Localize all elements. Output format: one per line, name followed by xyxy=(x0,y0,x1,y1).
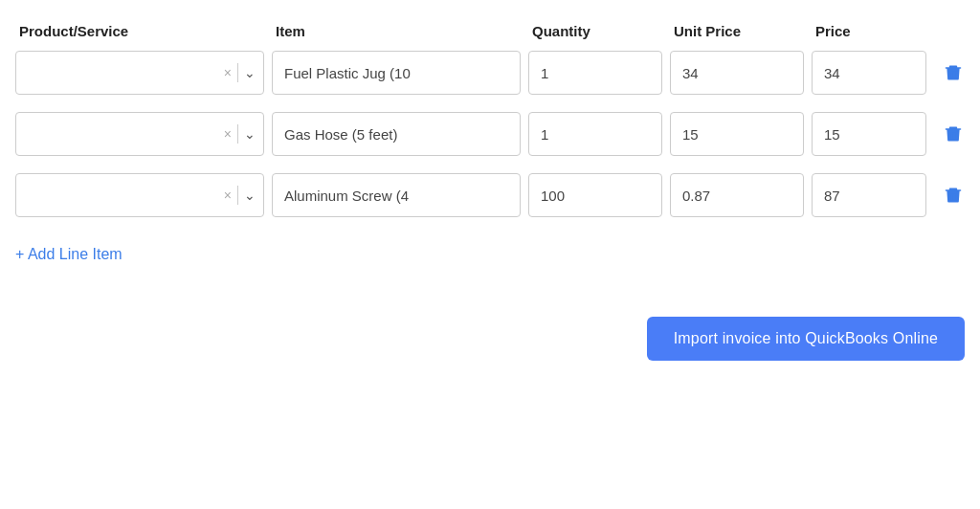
chevron-down-icon-3[interactable]: ⌄ xyxy=(244,188,256,203)
clear-icon-3[interactable]: × xyxy=(224,188,232,203)
price-input-1[interactable] xyxy=(812,51,926,95)
product-select-3[interactable]: × ⌄ xyxy=(15,173,264,217)
header-unit-price: Unit Price xyxy=(674,23,808,39)
item-input-1[interactable] xyxy=(272,51,521,95)
add-line-item-button[interactable]: + Add Line Item xyxy=(15,238,122,271)
divider-2 xyxy=(237,124,238,144)
invoice-table: Product/Service Item Quantity Unit Price… xyxy=(15,23,965,361)
footer-row: Import invoice into QuickBooks Online xyxy=(15,317,965,361)
add-line-item-label: + Add Line Item xyxy=(15,246,122,263)
delete-button-2[interactable] xyxy=(934,121,972,147)
header-price: Price xyxy=(815,23,930,39)
delete-button-3[interactable] xyxy=(934,182,972,209)
header-item: Item xyxy=(276,23,524,39)
import-button[interactable]: Import invoice into QuickBooks Online xyxy=(647,317,965,361)
item-input-2[interactable] xyxy=(272,112,521,156)
clear-icon-1[interactable]: × xyxy=(224,65,232,80)
unit-price-input-1[interactable] xyxy=(670,51,804,95)
chevron-down-icon-2[interactable]: ⌄ xyxy=(244,126,256,142)
divider-3 xyxy=(237,186,238,205)
trash-icon-1 xyxy=(944,63,963,82)
price-input-3[interactable] xyxy=(812,173,926,217)
product-select-2[interactable]: × ⌄ xyxy=(15,112,264,156)
header-actions xyxy=(938,23,976,39)
quantity-input-3[interactable] xyxy=(528,173,662,217)
quantity-input-2[interactable] xyxy=(528,112,662,156)
line-items-container: × ⌄ × ⌄ xyxy=(15,51,965,217)
delete-button-1[interactable] xyxy=(934,59,972,86)
unit-price-input-3[interactable] xyxy=(670,173,804,217)
table-header: Product/Service Item Quantity Unit Price… xyxy=(15,23,965,39)
divider-1 xyxy=(237,63,238,82)
chevron-down-icon-1[interactable]: ⌄ xyxy=(244,65,256,80)
product-select-1[interactable]: × ⌄ xyxy=(15,51,264,95)
item-input-3[interactable] xyxy=(272,173,521,217)
table-row: × ⌄ xyxy=(15,173,965,217)
table-row: × ⌄ xyxy=(15,112,965,156)
trash-icon-3 xyxy=(944,186,963,205)
unit-price-input-2[interactable] xyxy=(670,112,804,156)
quantity-input-1[interactable] xyxy=(528,51,662,95)
price-input-2[interactable] xyxy=(812,112,926,156)
import-button-label: Import invoice into QuickBooks Online xyxy=(674,330,938,346)
header-quantity: Quantity xyxy=(532,23,666,39)
trash-icon-2 xyxy=(944,124,963,144)
table-row: × ⌄ xyxy=(15,51,965,95)
header-product-service: Product/Service xyxy=(19,23,268,39)
clear-icon-2[interactable]: × xyxy=(224,126,232,142)
